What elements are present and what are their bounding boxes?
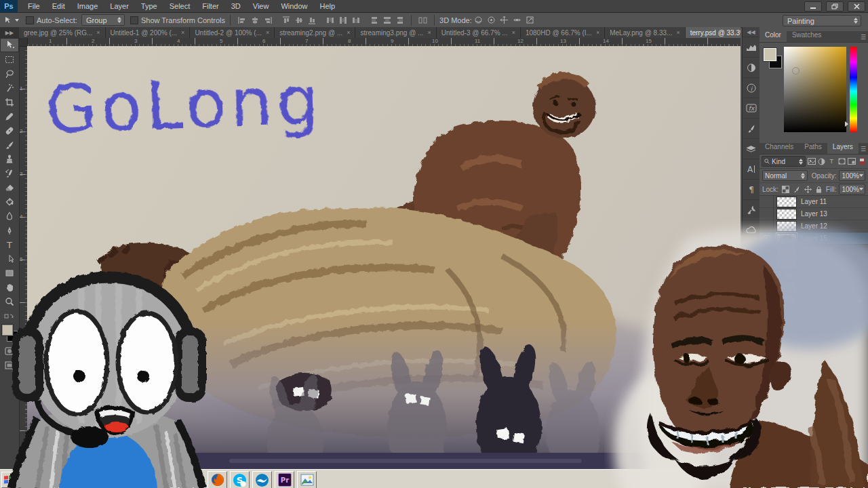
filter-kind-dropdown[interactable]: Kind (762, 156, 806, 167)
skype-icon[interactable]: S (230, 471, 250, 488)
pen-tool[interactable] (0, 223, 19, 237)
tab-close-icon[interactable]: × (181, 29, 184, 36)
tab-channels[interactable]: Channels (760, 142, 799, 154)
align-bottom-edges-icon[interactable] (307, 16, 317, 25)
tab-close-icon[interactable]: × (512, 29, 515, 36)
foreground-color-well[interactable] (764, 48, 776, 61)
menu-3d[interactable]: 3D (225, 0, 247, 12)
tab-paths[interactable]: Paths (799, 142, 827, 154)
distribute-right-icon[interactable] (395, 16, 405, 25)
tab-close-icon[interactable]: × (347, 29, 350, 36)
menu-layer[interactable]: Layer (104, 0, 135, 12)
align-h-centers-icon[interactable] (250, 16, 260, 25)
3d-slide-icon[interactable] (512, 16, 522, 25)
menu-view[interactable]: View (247, 0, 275, 12)
clone-stamp-tool[interactable] (0, 152, 19, 166)
visibility-toggle[interactable] (760, 208, 774, 220)
horizontal-scrollbar[interactable] (229, 459, 582, 463)
auto-align-icon[interactable] (418, 16, 428, 25)
auto-select-checkbox[interactable] (26, 16, 34, 24)
lasso-tool[interactable] (0, 66, 19, 81)
align-v-centers-icon[interactable] (294, 16, 304, 25)
tool-presets-icon[interactable] (743, 200, 760, 220)
tab-close-icon[interactable]: × (96, 29, 100, 36)
paragraph-panel-icon[interactable]: ¶ (743, 180, 760, 200)
distribute-h-centers-icon[interactable] (382, 16, 392, 25)
doc-tab-streaming2[interactable]: streaming2.png @ ...× (275, 27, 355, 38)
tab-close-icon[interactable]: × (266, 29, 269, 36)
layer-thumbnail[interactable] (776, 197, 797, 207)
blend-mode-dropdown[interactable]: Normal (762, 170, 808, 181)
menu-filter[interactable]: Filter (196, 0, 224, 12)
magic-wand-tool[interactable] (0, 81, 19, 95)
auto-select-target-dropdown[interactable]: Group (81, 14, 125, 26)
history-brush-tool[interactable] (0, 166, 19, 180)
3d-drag-icon[interactable] (499, 16, 509, 25)
openoffice-icon[interactable] (252, 471, 272, 488)
doc-tab-untitled3[interactable]: Untitled-3 @ 66.7% ...× (437, 27, 521, 38)
filter-toggle-switch[interactable] (858, 157, 866, 166)
tab-layers[interactable]: Layers (827, 142, 859, 154)
fill-value[interactable]: 100% (839, 184, 865, 195)
filter-smart-objects-icon[interactable] (848, 157, 856, 166)
lock-transparent-icon[interactable] (781, 185, 789, 194)
menu-window[interactable]: Window (275, 0, 313, 12)
workspace-dropdown[interactable]: Painting (783, 15, 861, 26)
align-right-edges-icon[interactable] (262, 16, 273, 25)
eyedropper-tool[interactable] (0, 109, 19, 123)
paint-bucket-tool[interactable] (0, 195, 19, 209)
3d-scale-icon[interactable] (525, 16, 535, 25)
3d-rotate-icon[interactable] (473, 16, 484, 25)
menu-select[interactable]: Select (163, 0, 197, 12)
layer-row-layer11[interactable]: Layer 11 (760, 196, 868, 208)
distribute-left-icon[interactable] (369, 16, 379, 25)
doc-tab-streaming3[interactable]: streaming3.png @ ...× (355, 27, 436, 38)
3d-roll-icon[interactable] (486, 16, 496, 25)
opacity-value[interactable]: 100% (839, 170, 865, 181)
smudge-tool[interactable] (0, 209, 19, 223)
menu-image[interactable]: Image (71, 0, 104, 12)
align-left-edges-icon[interactable] (237, 16, 247, 25)
tab-close-icon[interactable]: × (596, 29, 599, 36)
image-viewer-icon[interactable] (297, 471, 317, 488)
marquee-tool[interactable] (0, 52, 19, 66)
path-select-tool[interactable] (0, 251, 19, 266)
info-icon[interactable]: i (743, 78, 760, 98)
distribute-top-icon[interactable] (325, 16, 335, 25)
filter-pixel-layers-icon[interactable] (808, 157, 816, 166)
menu-file[interactable]: File (22, 0, 46, 12)
panel-menu-icon[interactable]: ☰ (861, 146, 865, 152)
tool-preset-badge[interactable] (0, 16, 20, 24)
brush-presets-icon[interactable] (743, 119, 760, 139)
character-panel-icon[interactable]: A (743, 159, 760, 180)
tools-collapse-chevron[interactable]: ▶▶ (0, 27, 19, 39)
tab-close-icon[interactable]: × (676, 29, 679, 36)
minimize-button[interactable] (804, 1, 822, 12)
eraser-tool[interactable] (0, 180, 19, 195)
visibility-toggle[interactable] (760, 196, 774, 207)
close-button[interactable] (848, 1, 865, 12)
layer-comps-icon[interactable] (743, 139, 760, 159)
doc-tab-melay[interactable]: MeLay.png @ 8.33...× (605, 27, 686, 38)
brush-tool[interactable] (0, 138, 19, 152)
tab-close-icon[interactable]: × (427, 29, 431, 36)
filter-adjustment-layers-icon[interactable] (818, 157, 826, 166)
filter-type-layers-icon[interactable]: T (827, 157, 835, 166)
lock-all-icon[interactable] (814, 185, 823, 194)
layer-row-layer13[interactable]: Layer 13 (760, 208, 868, 220)
doc-tab-untitled2[interactable]: Untitled-2 @ 100% (...× (190, 27, 275, 38)
doc-tab-1080hd[interactable]: 1080HD @ 66.7% (I...× (521, 27, 605, 38)
adjustments-icon[interactable] (743, 58, 760, 78)
show-transform-checkbox[interactable] (130, 16, 138, 24)
lock-position-icon[interactable] (804, 185, 812, 194)
menu-help[interactable]: Help (314, 0, 342, 12)
healing-brush-tool[interactable] (0, 123, 19, 138)
distribute-bottom-icon[interactable] (351, 16, 361, 25)
lock-pixels-icon[interactable] (792, 185, 800, 194)
hue-slider[interactable] (850, 47, 857, 132)
styles-fx-icon[interactable]: fx (743, 98, 760, 119)
panel-menu-icon[interactable]: ☰ (861, 34, 865, 41)
saturation-brightness-box[interactable] (784, 47, 846, 132)
tab-color[interactable]: Color (760, 30, 787, 42)
crop-tool[interactable] (0, 95, 19, 109)
